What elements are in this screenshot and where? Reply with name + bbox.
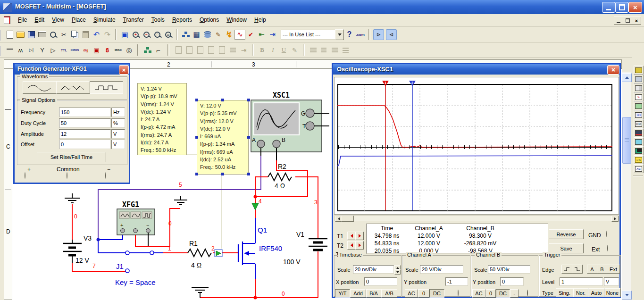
square-wave-button[interactable] [90,81,123,94]
measurement-probe-icon[interactable]: 1.4v [634,155,644,164]
v1-ref-label[interactable]: V1 [296,231,304,238]
t1-left-button[interactable] [347,232,356,240]
ext-radio[interactable] [607,245,608,251]
channel-b-0-button[interactable]: 0 [485,289,496,298]
trigger-level-unit[interactable]: V [604,277,619,286]
fg-common-radio[interactable] [67,172,67,179]
word-generator-icon[interactable]: 1010 [634,119,644,128]
scroll-down-button[interactable] [622,291,632,300]
r2-value-label[interactable]: 4 Ω [275,182,285,190]
t2-right-button[interactable] [355,241,364,250]
xfg1-label[interactable]: XFG1 [122,200,139,209]
add-button[interactable]: Add [350,289,366,298]
v1-value-label[interactable]: 100 V [283,258,301,266]
r1-value-label[interactable]: 4 Ω [191,261,201,269]
trigger-ext-button[interactable]: Ext [607,265,620,274]
battery-v1[interactable] [309,239,327,250]
mosfet-q1[interactable] [238,242,249,265]
trigger-sing-button[interactable]: Sing. [556,288,573,297]
resistor-r2[interactable] [268,173,292,181]
trigger-auto-button[interactable]: Auto [588,288,604,297]
channel-a-ypos-field[interactable]: -1 [445,277,468,286]
timebase-scale-down[interactable] [394,269,401,275]
selection-handle[interactable] [247,136,250,139]
scroll-thumb[interactable] [622,117,631,164]
trigger-none-button[interactable]: None [604,288,620,297]
trigger-nor-button[interactable]: Nor. [573,288,588,297]
function-generator-window[interactable]: Function Generator-XFG1 × Waveforms Sign… [13,63,130,184]
duty-cycle-unit[interactable]: % [111,118,125,128]
channel-b-ac-button[interactable]: AC [472,289,485,298]
resistor-r1[interactable] [188,249,211,257]
duty-cycle-field[interactable]: 50 [59,118,111,128]
reverse-button[interactable]: Reverse [549,229,584,239]
offset-field[interactable]: 0 [59,140,111,149]
canvas-v-scrollbar[interactable] [622,72,631,300]
channel-b-scale-field[interactable]: 50 V/Div [488,265,530,274]
fg-minus-radio[interactable] [105,172,106,179]
offset-unit[interactable]: V [111,140,125,149]
agilent-function-generator-icon[interactable]: AG [634,164,644,173]
channel-a-dc-button[interactable]: DC [429,289,444,298]
scroll-up-button[interactable] [622,73,632,82]
amplitude-unit[interactable]: V [111,129,125,139]
selection-handle[interactable] [247,173,250,175]
r1-ref-label[interactable]: R1 [189,240,198,247]
trigger-b-button[interactable]: B [597,265,607,274]
fg-close-button[interactable]: × [119,65,129,75]
falling-edge-button[interactable] [572,265,583,274]
triangle-wave-button[interactable] [56,81,90,94]
probe-box-1[interactable]: V: 1.24 V V(p-p): 18.9 mV V(rms): 1.24 V… [137,83,187,155]
iv-analyzer-icon[interactable] [634,146,644,155]
selection-handle[interactable] [195,136,198,139]
set-rise-fall-button[interactable]: Set Rise/Fall Time [37,152,106,162]
frequency-unit[interactable]: Hz [111,108,125,117]
oscilloscope-icon[interactable]: ∿ [634,92,644,101]
trigger-a-button[interactable]: A [587,265,597,274]
j1-ref-label[interactable]: J1 [116,262,124,270]
logic-analyzer-icon[interactable] [634,128,644,137]
scroll-right-button[interactable] [611,216,619,222]
selection-handle[interactable] [247,99,250,101]
channel-a-ac-button[interactable]: AC [405,289,418,298]
selection-handle[interactable] [221,173,224,175]
r2-ref-label[interactable]: R2 [278,163,286,170]
amplitude-field[interactable]: 12 [59,129,111,139]
channel-a-0-button[interactable]: 0 [418,289,429,298]
channel-b-minus-button[interactable]: - [510,289,519,298]
logic-converter-icon[interactable] [634,137,644,146]
q1-ref-label[interactable]: Q1 [258,226,267,234]
channel-b-dc-button[interactable]: DC [496,289,510,298]
scroll-thumb[interactable] [342,216,354,222]
scope-title-bar[interactable]: Oscilloscope-XSC1 × [333,64,619,75]
function-generator-icon[interactable] [634,75,644,83]
scope-h-scrollbar[interactable] [335,215,618,221]
selection-handle[interactable] [221,99,224,101]
gate-probe[interactable] [215,250,222,257]
yt-button[interactable]: Y/T [335,289,350,298]
q1-part-label[interactable]: IRF540 [259,244,282,252]
timebase-scale-field[interactable]: 20 ns/Div [353,265,394,274]
trigger-level-field[interactable]: 1 [560,277,603,286]
rising-edge-button[interactable] [561,265,572,274]
four-channel-scope-icon[interactable] [634,101,644,110]
ab-button[interactable]: A/B [381,289,397,298]
channel-a-scale-field[interactable]: 20 V/Div [420,265,463,274]
scroll-left-button[interactable] [335,216,342,222]
sine-wave-button[interactable] [23,81,57,94]
channel-b-ypos-field[interactable]: 0 [500,277,524,286]
probe-box-2[interactable]: V: 12.0 V V(p-p): 5.35 mV V(rms): 12.0 V… [197,100,249,175]
selection-handle[interactable] [195,173,198,175]
drain-probe-arrow[interactable] [252,203,259,210]
fg-plus-radio[interactable] [25,172,25,179]
v3-ref-label[interactable]: V3 [84,234,92,242]
xsc1-label[interactable]: XSC1 [273,91,290,100]
t1-right-button[interactable] [355,232,364,240]
scope-close-button[interactable]: × [607,65,619,75]
frequency-counter-icon[interactable]: 123 [634,110,644,119]
ba-button[interactable]: B/A [366,289,381,298]
oscilloscope-window[interactable]: Oscilloscope-XSC1 × 1 2 [332,63,621,298]
t2-left-button[interactable] [347,241,356,250]
frequency-field[interactable]: 150 [59,108,111,117]
timebase-xpos-field[interactable]: 0 [364,277,397,286]
